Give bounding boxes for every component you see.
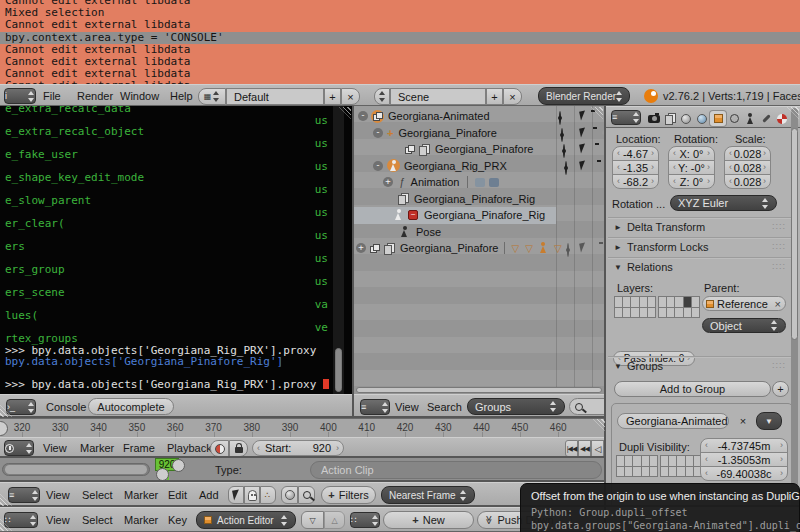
properties-scrollbar-thumb[interactable] bbox=[791, 128, 798, 340]
outliner-hscrollbar[interactable] bbox=[356, 387, 602, 393]
menu-view[interactable]: View bbox=[43, 442, 67, 454]
snap-mode-dropdown[interactable]: Nearest Frame bbox=[381, 486, 475, 504]
clear-parent-icon[interactable]: × bbox=[775, 298, 785, 310]
layer-cell[interactable] bbox=[615, 297, 622, 307]
layer-cell[interactable] bbox=[625, 467, 632, 477]
layer-cell[interactable] bbox=[615, 308, 622, 318]
tab-render[interactable] bbox=[646, 111, 662, 126]
panel-grip[interactable]: :::: bbox=[772, 241, 786, 251]
menu-file[interactable]: File bbox=[43, 90, 61, 102]
parent-field[interactable]: Reference× bbox=[702, 296, 786, 311]
dopesheet-mode-dropdown[interactable]: Action Editor bbox=[196, 511, 296, 529]
report-line[interactable]: Cannot edit external libdata bbox=[0, 0, 800, 7]
screen-layout-field[interactable]: Default bbox=[226, 88, 324, 105]
layer-cell[interactable] bbox=[669, 467, 676, 477]
restrict-triangle-icon[interactable] bbox=[525, 242, 533, 254]
group-specials-button[interactable]: ▼ bbox=[756, 412, 782, 430]
eye-icon[interactable] bbox=[563, 144, 565, 158]
tab-constraints[interactable] bbox=[726, 111, 742, 126]
tab-render-layers[interactable] bbox=[662, 111, 678, 126]
menu-frame[interactable]: Frame bbox=[123, 442, 155, 454]
layer-cell[interactable] bbox=[642, 467, 649, 477]
panel-grip[interactable]: :::: bbox=[772, 261, 786, 271]
add-to-group-plus-button[interactable]: + bbox=[772, 381, 789, 397]
console-scrollbar-thumb[interactable] bbox=[335, 348, 342, 392]
outliner-item-label[interactable]: Georgiana-Animated bbox=[388, 110, 490, 122]
scale-z-field[interactable]: ‹0.028› bbox=[724, 174, 771, 189]
location-x-field[interactable]: ‹-4.67› bbox=[612, 146, 659, 161]
menu-help[interactable]: Help bbox=[170, 90, 193, 102]
triangle-up-button[interactable]: △ bbox=[324, 511, 345, 529]
outliner-row-armature-data[interactable]: Georgiana_Pinafore_Rig bbox=[354, 191, 606, 208]
layer-cell[interactable] bbox=[617, 456, 624, 466]
layer-cell[interactable] bbox=[623, 308, 630, 318]
scale-y-field[interactable]: ‹0.028› bbox=[724, 160, 771, 175]
layer-cell[interactable] bbox=[684, 297, 691, 307]
layer-cell[interactable] bbox=[650, 456, 657, 466]
outliner-filter-dropdown[interactable]: Groups bbox=[467, 398, 565, 415]
layer-cell[interactable] bbox=[675, 308, 682, 318]
remove-group-button[interactable]: × bbox=[734, 413, 752, 429]
outliner-row-animation[interactable]: + ƒ Animation bbox=[354, 174, 606, 191]
location-y-field[interactable]: ‹-1.35› bbox=[612, 160, 659, 175]
strip-type-dropdown[interactable]: Action Clip bbox=[310, 461, 602, 479]
area-divider[interactable] bbox=[0, 416, 606, 418]
rotation-x-field[interactable]: ‹X: 0°› bbox=[668, 146, 715, 161]
add-layout-button[interactable]: + bbox=[324, 88, 341, 105]
layer-cell[interactable] bbox=[677, 456, 684, 466]
manipulate-center-toggle[interactable] bbox=[228, 486, 244, 504]
outliner-item-label[interactable]: Georgiana_Pinafore_Rig bbox=[424, 209, 545, 221]
view-resize-handle[interactable] bbox=[172, 459, 185, 472]
layer-cell[interactable] bbox=[650, 467, 657, 477]
panel-delta-transform[interactable]: ►Delta Transform bbox=[614, 221, 705, 233]
nla-strips-icon[interactable] bbox=[489, 178, 499, 187]
proportional-edit-toggle[interactable] bbox=[281, 486, 298, 504]
outliner-search-field[interactable] bbox=[569, 398, 605, 415]
area-divider[interactable] bbox=[352, 106, 354, 418]
dupli-layers-grid-left[interactable] bbox=[616, 455, 658, 477]
menu-select[interactable]: Select bbox=[82, 514, 113, 526]
layer-cell[interactable] bbox=[633, 467, 640, 477]
menu-add[interactable]: Add bbox=[199, 489, 219, 501]
close-scene-button[interactable]: × bbox=[503, 88, 522, 105]
layer-cell[interactable] bbox=[648, 297, 655, 307]
editor-type-button-console[interactable]: ›_ bbox=[6, 399, 36, 415]
editor-type-button-nla[interactable]: ≡ bbox=[8, 487, 40, 503]
outliner-item-label[interactable]: Pose bbox=[416, 226, 441, 238]
layer-cell[interactable] bbox=[686, 467, 693, 477]
expand-icon[interactable]: + bbox=[383, 177, 393, 187]
layer-cell[interactable] bbox=[631, 297, 638, 307]
menu-render[interactable]: Render bbox=[77, 90, 113, 102]
group-name-field[interactable]: Georgiana-Animated bbox=[617, 413, 729, 429]
layer-cell[interactable] bbox=[675, 297, 682, 307]
layer-cell[interactable] bbox=[692, 308, 699, 318]
outliner-row-empty[interactable]: - + Georgiana_Pinafore bbox=[354, 125, 606, 142]
eye-icon[interactable] bbox=[567, 243, 569, 257]
close-layout-button[interactable]: × bbox=[341, 88, 360, 105]
area-divider[interactable] bbox=[0, 480, 606, 482]
editor-type-button-properties[interactable]: ≡ bbox=[611, 110, 641, 125]
layer-cell[interactable] bbox=[661, 456, 668, 466]
outliner-item-label[interactable]: Georgiana_Rig_PRX bbox=[404, 160, 507, 172]
timeline-ruler[interactable]: 3203303403503603703803904004104204304404… bbox=[0, 418, 606, 437]
driver-icon[interactable] bbox=[475, 178, 485, 187]
layer-cell[interactable] bbox=[617, 467, 624, 477]
menu-key[interactable]: Key bbox=[168, 514, 187, 526]
layer-cell[interactable] bbox=[692, 297, 699, 307]
outliner-row-pose[interactable]: Pose bbox=[354, 224, 606, 241]
layer-cell[interactable] bbox=[623, 297, 630, 307]
triangle-down-button[interactable]: ▽ bbox=[301, 511, 324, 529]
restrict-armature-icon[interactable] bbox=[539, 242, 548, 254]
ghost-toggle[interactable] bbox=[244, 486, 260, 504]
menu-marker[interactable]: Marker bbox=[124, 514, 158, 526]
tab-object-data[interactable] bbox=[742, 111, 758, 126]
menu-view[interactable]: View bbox=[46, 514, 70, 526]
outliner-item-label[interactable]: Georgiana_Pinafore_Rig bbox=[414, 193, 535, 205]
new-action-button[interactable]: +New bbox=[383, 511, 474, 529]
location-z-field[interactable]: ‹-68.2› bbox=[612, 174, 659, 189]
collapse-icon[interactable]: - bbox=[373, 128, 383, 138]
add-to-group-button[interactable]: Add to Group bbox=[614, 381, 771, 397]
layer-cell[interactable] bbox=[659, 297, 666, 307]
dupli-offset-x-field[interactable]: ‹-4.73745m› bbox=[700, 438, 788, 453]
outliner-item-label[interactable]: Animation bbox=[411, 176, 460, 188]
